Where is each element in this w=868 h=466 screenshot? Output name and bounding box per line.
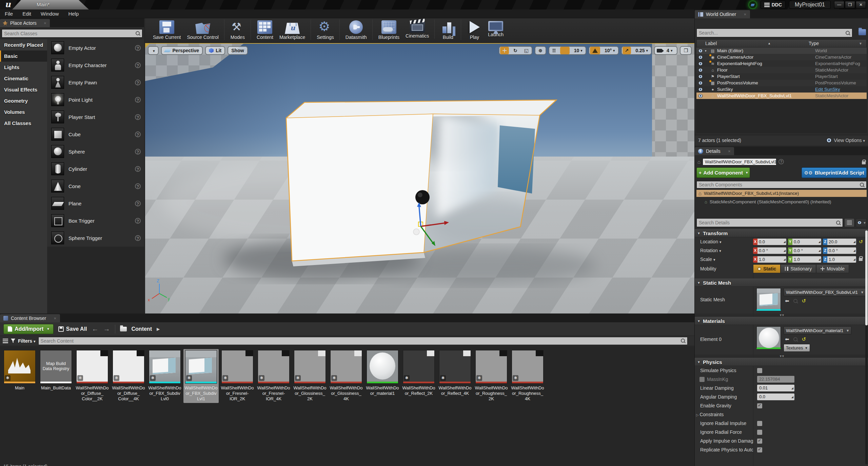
grid-snap-value[interactable]: 10 bbox=[572, 47, 585, 54]
help-icon[interactable]: ? bbox=[135, 114, 141, 120]
visibility-eye-icon[interactable] bbox=[698, 49, 703, 53]
property-checkbox[interactable] bbox=[757, 447, 762, 452]
back-button[interactable]: ← bbox=[92, 325, 99, 333]
project-name-button[interactable]: MyProject01 bbox=[789, 1, 831, 9]
perspective-button[interactable]: Perspective bbox=[161, 46, 203, 55]
asset-tile[interactable]: ✱ WallShelfWithDoor_Reflect_2K bbox=[401, 349, 436, 403]
category-item[interactable]: Geometry bbox=[0, 95, 47, 106]
toolbar-button[interactable]: Save Current bbox=[150, 20, 184, 40]
materials-section-header[interactable]: ▼ Materials bbox=[695, 317, 868, 325]
outliner-row[interactable]: ▾ ⌂ Floor StaticMeshActor bbox=[696, 67, 867, 73]
category-item[interactable]: Basic bbox=[0, 50, 47, 62]
category-item[interactable]: Cinematic bbox=[0, 73, 47, 84]
visibility-eye-icon[interactable] bbox=[698, 55, 703, 59]
browse-icon[interactable] bbox=[793, 337, 798, 342]
scale-snap-value[interactable]: 0.25 bbox=[633, 47, 650, 54]
visibility-eye-icon[interactable] bbox=[698, 94, 703, 98]
tab-place-actors[interactable]: Place Actors bbox=[0, 19, 50, 27]
scale-tool-button[interactable]: ◱ bbox=[522, 47, 531, 54]
tutorial-icon[interactable] bbox=[748, 0, 757, 9]
property-value-field[interactable]: 0.01 bbox=[757, 385, 794, 391]
category-item[interactable]: Visual Effects bbox=[0, 84, 47, 95]
menu-item[interactable]: Edit bbox=[18, 11, 36, 17]
rotate-tool-button[interactable]: ↻ bbox=[511, 47, 520, 54]
static-mesh-thumbnail[interactable] bbox=[756, 288, 781, 311]
placeable-actor-item[interactable]: Empty Actor ? bbox=[47, 39, 144, 57]
toolbar-button[interactable]: Cinematics bbox=[402, 20, 435, 39]
breadcrumb-caret-icon[interactable]: ▶ bbox=[157, 327, 160, 331]
scale-label[interactable]: Scale bbox=[695, 257, 753, 262]
scale-x-field[interactable]: 1.0 bbox=[757, 256, 786, 263]
asset-tile[interactable]: ✱ WallShelfWithDoor_FBX_Subdiv Lvl0 bbox=[147, 349, 182, 403]
toolbar-button[interactable]: Build bbox=[437, 20, 461, 40]
outliner-row[interactable]: ▾ ≋ ExponentialHeightFog ExponentialHeig… bbox=[696, 60, 867, 67]
lit-mode-button[interactable]: Lit bbox=[205, 46, 225, 55]
material-dropdown[interactable]: WallShelfWithDoor_material1▼ bbox=[784, 326, 851, 335]
help-icon[interactable]: ? bbox=[135, 235, 141, 241]
asset-tile[interactable]: ✱ WallShelfWithDoor_Fresnel- IOR_2K bbox=[220, 349, 255, 403]
column-label[interactable]: Label bbox=[697, 41, 717, 46]
placeable-actor-item[interactable]: Box Trigger ? bbox=[47, 212, 144, 229]
outliner-row[interactable]: ▾ ▤ Main (Editor) World bbox=[696, 47, 867, 54]
forward-button[interactable]: → bbox=[103, 325, 110, 333]
mobility-stationary-button[interactable]: Stationary bbox=[781, 264, 816, 273]
ddc-button[interactable]: DDC bbox=[761, 1, 786, 9]
asset-tile[interactable]: ✱ WallShelfWithDoor_Roughness_ 4K bbox=[510, 349, 545, 403]
toolbar-button[interactable]: Source Control bbox=[184, 20, 224, 40]
rotation-x-field[interactable]: 0.0 ° bbox=[757, 247, 786, 254]
menu-item[interactable]: Window bbox=[36, 11, 63, 17]
placeable-actor-item[interactable]: Player Start ? bbox=[47, 108, 144, 126]
outliner-search-box[interactable] bbox=[696, 28, 852, 37]
property-checkbox[interactable] bbox=[757, 403, 762, 408]
column-type[interactable]: Type bbox=[809, 41, 859, 46]
category-item[interactable]: Lights bbox=[0, 62, 47, 73]
placeable-actor-item[interactable]: Plane ? bbox=[47, 195, 144, 212]
search-classes-box[interactable] bbox=[2, 29, 142, 38]
outliner-column-header[interactable]: Label ▲ Type ▼ bbox=[696, 39, 867, 47]
location-z-field[interactable]: 20.0 bbox=[827, 239, 856, 245]
placeable-actor-item[interactable]: Sphere ? bbox=[47, 143, 144, 160]
textures-dropdown[interactable]: Textures▼ bbox=[784, 344, 810, 352]
visibility-eye-icon[interactable] bbox=[698, 62, 703, 65]
search-components-input[interactable] bbox=[699, 182, 860, 187]
placeable-actor-item[interactable]: Empty Pawn ? bbox=[47, 74, 144, 91]
property-matrix-button[interactable] bbox=[844, 218, 854, 227]
expand-section-chevron[interactable]: ▼▼ bbox=[695, 354, 868, 358]
use-selected-icon[interactable]: ⬅ bbox=[785, 298, 789, 304]
help-icon[interactable]: ? bbox=[778, 159, 784, 164]
move-tool-button[interactable] bbox=[500, 47, 509, 54]
location-x-field[interactable]: 0.0 bbox=[757, 239, 786, 245]
search-components-box[interactable] bbox=[696, 181, 867, 188]
material-thumbnail[interactable] bbox=[756, 326, 781, 349]
expand-caret-icon[interactable]: ▾ bbox=[705, 49, 708, 53]
asset-tile[interactable]: ✱ WallShelfWithDoor_Reflect_4K bbox=[437, 349, 473, 403]
menu-item[interactable]: File bbox=[0, 11, 18, 17]
search-content-input[interactable] bbox=[41, 338, 681, 344]
outliner-row[interactable]: ▾ ⌂ WallShelfWithDoor_FBX_SubdivLvl1 Sta… bbox=[696, 93, 867, 99]
details-scrollbar[interactable] bbox=[865, 230, 868, 464]
placeable-actor-item[interactable]: Cube ? bbox=[47, 126, 144, 143]
category-item[interactable]: Volumes bbox=[0, 106, 47, 118]
outliner-row[interactable]: ▾ ⚑ PlayerStart PlayerStart bbox=[696, 73, 867, 80]
reset-icon[interactable]: ↺ bbox=[802, 336, 806, 342]
mobility-movable-button[interactable]: Movable bbox=[816, 264, 849, 273]
category-item[interactable]: All Classes bbox=[0, 118, 47, 129]
viewport-options-button[interactable] bbox=[148, 46, 159, 55]
search-details-box[interactable] bbox=[696, 218, 843, 227]
new-folder-icon[interactable] bbox=[859, 29, 866, 35]
close-button[interactable]: ✕ bbox=[856, 1, 866, 8]
property-checkbox[interactable] bbox=[757, 368, 762, 373]
placeable-actor-item[interactable]: Sphere Trigger ? bbox=[47, 229, 144, 247]
rotation-snap-value[interactable]: 10° bbox=[602, 47, 617, 54]
reset-to-default-icon[interactable]: ↺ bbox=[859, 239, 863, 244]
help-icon[interactable]: ? bbox=[135, 131, 141, 137]
show-button[interactable]: Show bbox=[228, 46, 248, 55]
physics-section-header[interactable]: ▼ Physics bbox=[695, 358, 868, 366]
placeable-actor-item[interactable]: Cylinder ? bbox=[47, 160, 144, 178]
static-mesh-section-header[interactable]: ▼ Static Mesh bbox=[695, 279, 868, 287]
search-details-input[interactable] bbox=[699, 220, 836, 225]
rotation-snap-toggle[interactable] bbox=[590, 47, 600, 54]
scale-y-field[interactable]: 1.0 bbox=[792, 256, 821, 263]
world-local-toggle[interactable]: ⊕ bbox=[535, 46, 546, 55]
category-item[interactable]: Recently Placed bbox=[0, 39, 47, 50]
